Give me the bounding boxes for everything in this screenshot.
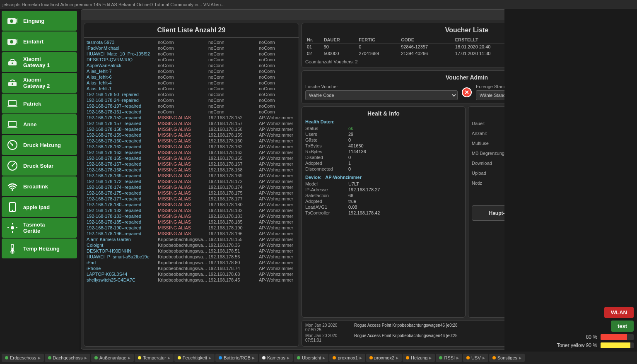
bottom-tab-feuchtigkeit[interactable]: Feuchtigkeit▶ bbox=[174, 354, 215, 362]
voucher-code-select[interactable]: Wähle Code bbox=[305, 90, 458, 100]
voucher-col-code: CODE bbox=[399, 36, 454, 43]
table-row: Alias_fehlt-6noConnnoConnnoConn bbox=[86, 74, 297, 80]
client-col3: 192.168.178.162 bbox=[208, 144, 258, 149]
health-row-disabled: Disabled 0 bbox=[305, 155, 462, 160]
bottom-tab-dachgeschoss[interactable]: Dachgeschoss▶ bbox=[45, 354, 90, 362]
sidebar-item-temp-heizung[interactable]: Temp Heizung bbox=[2, 239, 77, 258]
client-col3: noConn bbox=[208, 92, 258, 97]
health-key-loadavg: LoadAVG1 bbox=[305, 205, 347, 210]
voucher-delete-button[interactable]: ✕ bbox=[462, 87, 472, 97]
test-button[interactable]: test bbox=[611, 321, 634, 332]
client-col3: noConn bbox=[208, 109, 258, 114]
bottom-tab-proxmox2[interactable]: proxmox2▶ bbox=[366, 354, 402, 362]
client-panel: Client Liste Anzahl 29 tasmota-5973noCon… bbox=[84, 23, 299, 347]
client-col2: MISSING ALIAS bbox=[158, 150, 208, 155]
client-col2: noConn bbox=[158, 57, 208, 62]
table-row: tasmota-5973noConnnoConnnoConn bbox=[86, 39, 297, 45]
client-col2: Kripobeobachtungswagen46 bbox=[158, 277, 208, 282]
client-col3: 192.168.178.68 bbox=[208, 272, 258, 277]
sidebar-item-eingang[interactable]: Eingang bbox=[2, 11, 77, 31]
sidebar-item-tasmota[interactable]: TasmotaGeräte bbox=[2, 218, 77, 238]
sidebar-item-label8: Druck Solar bbox=[23, 163, 53, 169]
iot-icon bbox=[6, 221, 19, 234]
client-col3: 192.168.178.159 bbox=[208, 133, 258, 137]
tab-dot bbox=[48, 356, 51, 359]
table-row: 192-168-178-168--repairedMISSING ALIAS19… bbox=[86, 167, 297, 173]
client-name: HUAWEI_Mate_10_Pro-105f92 bbox=[87, 51, 157, 56]
sidebar-item-einfahrt[interactable]: Einfahrt bbox=[2, 31, 77, 51]
table-row: 192-168-178-152--repairedMISSING ALIAS19… bbox=[86, 115, 297, 121]
health-key-model: Model bbox=[305, 181, 347, 186]
health-title: Healt & Info bbox=[305, 110, 462, 117]
client-col3: 192.168.178.56 bbox=[208, 254, 258, 259]
sidebar-item-xiaomi1[interactable]: XiaomiGateway 1 bbox=[2, 52, 77, 72]
bottom-tab-temperatur[interactable]: Temperatur▶ bbox=[135, 354, 174, 362]
client-col2: Kripobeobachtungswagen46 bbox=[158, 254, 208, 259]
bottom-tab-erdgeschoss[interactable]: Erdgeschoss▶ bbox=[2, 354, 44, 362]
client-col3: noConn bbox=[208, 86, 258, 91]
client-col2: MISSING ALIAS bbox=[158, 156, 208, 161]
laptop-icon bbox=[6, 97, 19, 110]
status-toner: Toner yellow 90 % bbox=[557, 342, 634, 348]
table-row: 192-168-178-169--repairedMISSING ALIAS19… bbox=[86, 173, 297, 178]
table-row: iPadKripobeobachtungswagen46192.168.178.… bbox=[86, 260, 297, 265]
client-col2: MISSING ALIAS bbox=[158, 162, 208, 166]
bottom-tab-heizung[interactable]: Heizung▶ bbox=[403, 354, 435, 362]
bottom-tab-proxmox1[interactable]: proxmox1▶ bbox=[329, 354, 365, 362]
bottom-tab-rssi[interactable]: RSSI▶ bbox=[436, 354, 462, 362]
client-name: Alias_fehlt-1 bbox=[87, 86, 157, 91]
tab-arrow-icon: ▶ bbox=[429, 356, 432, 360]
bottom-tab-kameras[interactable]: Kameras▶ bbox=[259, 354, 293, 362]
sidebar-item-broadlink[interactable]: Broadlink bbox=[2, 176, 77, 196]
tab-label: proxmox1 bbox=[338, 355, 357, 360]
client-col4: AP-Wohnzimmer bbox=[259, 133, 299, 137]
health-device-name: AP-Wohnzimmer bbox=[325, 175, 362, 180]
bottom-tab-batterie-rgb[interactable]: Batterie/RGB▶ bbox=[215, 354, 258, 362]
wlan-button[interactable]: WLAN bbox=[604, 307, 634, 318]
tab-label: Heizung bbox=[411, 355, 427, 360]
health-row-rxbytes: RxBytes 1144136 bbox=[305, 149, 462, 154]
bottom-tab-sonstiges[interactable]: Sonstiges▶ bbox=[489, 354, 525, 362]
client-name: 192-168-178-163--repaired bbox=[87, 150, 157, 155]
toner-label: Toner yellow 90 % bbox=[557, 342, 597, 348]
client-col3: noConn bbox=[208, 40, 258, 45]
client-col3: 192.168.178.167 bbox=[208, 162, 258, 166]
bottom-tab-übersicht[interactable]: Übersicht▶ bbox=[294, 354, 328, 362]
client-col4: AP-Wohnzimmer bbox=[259, 115, 299, 120]
sidebar-item-apple-ipad[interactable]: apple ipad bbox=[2, 197, 77, 217]
client-col4: AP-Wohnzimmer bbox=[259, 127, 299, 132]
table-row: 192-168-178-50--repairednoConnnoConnnoCo… bbox=[86, 92, 297, 97]
bottom-tab-usv[interactable]: USV▶ bbox=[463, 354, 488, 362]
bottom-tab-außenanlage[interactable]: Außenanlage▶ bbox=[91, 354, 134, 362]
tab-arrow-icon: ▶ bbox=[168, 356, 170, 360]
table-row: Alias_fehlt-1noConnnoConnnoConn bbox=[86, 86, 297, 92]
sidebar-item-xiaomi2[interactable]: XiaomiGateway 2 bbox=[2, 73, 77, 93]
client-col3: 192.168.178.160 bbox=[208, 138, 258, 143]
client-name: Alias_fehlt-7 bbox=[87, 69, 157, 74]
client-name: 192-168-178-160--repaired bbox=[87, 138, 157, 143]
client-name: 192-168-178-183--repaired bbox=[87, 214, 157, 219]
client-col2: noConn bbox=[158, 75, 208, 80]
sidebar-item-druck-solar[interactable]: Druck Solar bbox=[2, 156, 77, 176]
sidebar-item-label9: Broadlink bbox=[23, 183, 48, 190]
client-col4: AP-Wohnzimmer bbox=[259, 277, 299, 282]
health-row-status: Status ok bbox=[305, 126, 462, 131]
client-col4: noConn bbox=[259, 69, 299, 74]
sidebar-item-druck-heizung[interactable]: Druck Heizung bbox=[2, 135, 77, 155]
sidebar-item-patrick[interactable]: Patrick bbox=[2, 94, 77, 113]
health-key-status: Status bbox=[305, 126, 347, 131]
client-col4: noConn bbox=[259, 104, 299, 108]
client-name: 192-168-178-182--repaired bbox=[87, 208, 157, 213]
svg-point-17 bbox=[12, 144, 13, 146]
client-list[interactable]: tasmota-5973noConnnoConnnoConniPadVonMic… bbox=[84, 38, 299, 346]
client-col4: noConn bbox=[259, 51, 299, 56]
client-col4: AP-Wohnzimmer bbox=[259, 156, 299, 161]
sidebar-item-anne[interactable]: Anne bbox=[2, 114, 77, 134]
table-row: AppleWanPatricknoConnnoConnnoConn bbox=[86, 63, 297, 68]
client-name: 192-168-178-157--repaired bbox=[87, 121, 157, 126]
client-col3: 192.168.178.168 bbox=[208, 167, 258, 172]
client-col4: AP-Wohnzimmer bbox=[259, 144, 299, 149]
client-col2: noConn bbox=[158, 46, 208, 51]
voucher-cell-nr: 01 bbox=[305, 43, 322, 51]
client-col2: MISSING ALIAS bbox=[158, 179, 208, 184]
